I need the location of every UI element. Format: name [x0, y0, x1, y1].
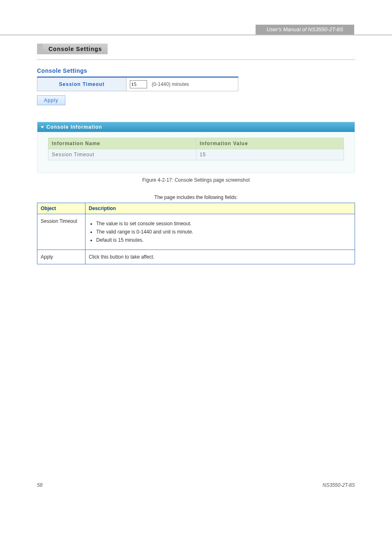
panel-stub	[37, 44, 43, 54]
fields-caption: The page includes the following fields:	[37, 194, 355, 200]
info-col-name: Information Name	[48, 138, 196, 149]
settings-form-table: Session Timeout (0-1440) minutes	[37, 76, 238, 91]
table-row: Session Timeout The value is to set cons…	[37, 214, 355, 250]
info-row-value: 15	[196, 149, 344, 160]
desc-text-1: Click this button to take affect.	[85, 250, 355, 264]
page-number: 58	[37, 482, 42, 488]
desc-object-1: Apply	[37, 250, 85, 264]
desc-line: The valid range is 0-1440 and unit is mi…	[96, 229, 351, 235]
panel-title-row: Console Settings	[37, 44, 355, 54]
desc-line: Default is 15 minutes.	[96, 237, 351, 243]
session-timeout-hint: (0-1440) minutes	[148, 81, 189, 87]
info-col-value: Information Value	[196, 138, 344, 149]
session-timeout-input[interactable]	[130, 80, 147, 88]
divider	[37, 59, 355, 60]
desc-text-0: The value is to set console session time…	[85, 214, 355, 250]
form-heading: Console Settings	[37, 67, 355, 74]
page-footer: 58 NS3550-2T-8S	[37, 482, 355, 488]
caret-down-icon	[41, 126, 44, 128]
table-row: Apply Click this button to take affect.	[37, 250, 355, 264]
footer-model: NS3550-2T-8S	[323, 482, 355, 488]
session-timeout-label: Session Timeout	[37, 77, 127, 91]
apply-button[interactable]: Apply	[37, 95, 65, 105]
console-information-panel: Console Information Information Name Inf…	[37, 122, 355, 173]
figure-caption: Figure 4-2-17: Console Settings page scr…	[37, 177, 355, 183]
console-information-title: Console Information	[46, 124, 102, 130]
console-information-table: Information Name Information Value Sessi…	[48, 138, 344, 160]
desc-col-object: Object	[37, 203, 85, 214]
desc-col-description: Description	[85, 203, 355, 214]
desc-object-0: Session Timeout	[37, 214, 85, 250]
panel-title: Console Settings	[43, 44, 108, 54]
info-row-name: Session Timeout	[48, 149, 196, 160]
console-information-header[interactable]: Console Information	[37, 122, 355, 132]
desc-line: The value is to set console session time…	[96, 221, 351, 227]
session-timeout-cell: (0-1440) minutes	[127, 77, 238, 91]
fields-description-table: Object Description Session Timeout The v…	[37, 203, 355, 264]
top-divider: User's Manual of NS3550-2T-8S	[0, 25, 392, 35]
manual-tab: User's Manual of NS3550-2T-8S	[256, 25, 354, 35]
table-row: Session Timeout 15	[48, 149, 344, 160]
